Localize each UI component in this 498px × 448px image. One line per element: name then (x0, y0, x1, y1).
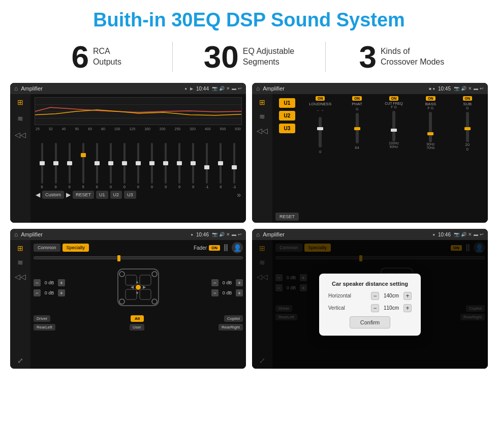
horizontal-minus-button[interactable]: − (371, 292, 379, 300)
db2-plus-button[interactable]: + (58, 289, 65, 296)
back-icon[interactable]: ↩ (238, 86, 242, 91)
screen3-statusbar: ⌂ Amplifier ● 10:46 📷🔊✕▬ ↩ (10, 229, 246, 240)
screen1-icons: 📷 🔊 ✕ ▬ ↩ (212, 86, 242, 91)
eq-slider-14[interactable]: 0 (214, 143, 227, 189)
stat-eq-text: EQ Adjustable Segments (243, 46, 294, 68)
camera-icon: 📷 (212, 86, 217, 91)
db3-plus-button[interactable]: + (236, 279, 243, 286)
eq-u3-button[interactable]: U3 (124, 191, 136, 199)
s3-expand-icon[interactable]: ⤢ (17, 356, 23, 365)
bass-label: BASS (425, 102, 436, 106)
home-icon-3[interactable]: ⌂ (14, 231, 18, 238)
sub-on-badge: ON (463, 96, 473, 101)
rearleft-button[interactable]: RearLeft (34, 324, 55, 331)
db3-minus-button[interactable]: − (211, 279, 219, 286)
screen2-time: 10:45 (438, 86, 451, 92)
svg-point-10 (152, 272, 157, 277)
screen3-main: Common Specialty Fader ON 👤 (30, 240, 246, 369)
screen-eq: ⌂ Amplifier ● ▶ 10:44 📷 🔊 ✕ ▬ ↩ ⊞ ≋ ◁◁ (10, 83, 246, 223)
eq-custom-button[interactable]: Custom (42, 191, 64, 199)
db2-value: 0 dB (42, 290, 56, 295)
eq-slider-12[interactable]: 0 (187, 143, 200, 189)
eq-slider-5[interactable]: 0 (90, 143, 103, 189)
user-button[interactable]: User (130, 324, 144, 331)
wave-sidebar-icon[interactable]: ≋ (17, 114, 23, 123)
db1-value: 0 dB (42, 280, 56, 285)
common-tab[interactable]: Common (34, 244, 60, 252)
screen1-title: Amplifier (21, 85, 181, 92)
all-button[interactable]: All (131, 315, 144, 322)
copilot-button[interactable]: Copilot (224, 315, 243, 322)
vertical-plus-button[interactable]: + (403, 304, 412, 312)
vertical-label: Vertical (328, 305, 345, 311)
db-row-2: − 0 dB + (34, 289, 65, 296)
stat-divider-2 (325, 42, 326, 72)
screen1-dot1: ● (184, 86, 187, 91)
u1-select-button[interactable]: U1 (279, 98, 296, 108)
eq-u1-button[interactable]: U1 (96, 191, 108, 199)
eq-slider-13[interactable]: -1 (201, 143, 213, 189)
eq-play-button[interactable]: ▶ (66, 191, 71, 198)
eq-prev-button[interactable]: ◀ (36, 191, 40, 198)
more-icon[interactable]: » (237, 191, 241, 199)
eq-slider-10[interactable]: 0 (160, 143, 172, 189)
vertical-control: − 110cm + (371, 304, 412, 312)
eq-slider-2[interactable]: 0 (49, 143, 62, 189)
db1-minus-button[interactable]: − (34, 279, 41, 286)
rearright-button[interactable]: RearRight (219, 324, 243, 331)
fader-on-button[interactable]: ON (209, 245, 220, 251)
horizontal-label: Horizontal (328, 293, 351, 298)
db4-value: 0 dB (220, 290, 234, 295)
eq-slider-11[interactable]: 0 (173, 143, 186, 189)
minimize-icon: ▬ (232, 86, 236, 91)
u3-select-button[interactable]: U3 (279, 124, 296, 133)
s3-vol-icon[interactable]: ◁◁ (15, 273, 26, 281)
sub-label: SUB (463, 102, 472, 106)
eq-slider-9[interactable]: 0 (146, 143, 159, 189)
eq-reset-button[interactable]: RESET (73, 191, 94, 199)
dialog-overlay: Car speaker distance setting Horizontal … (252, 240, 488, 369)
eq-sidebar-icon[interactable]: ⊞ (17, 98, 23, 106)
eq-sliders: 0 0 0 5 0 (35, 133, 242, 189)
stat-crossover-number: 3 (359, 41, 376, 73)
specialty-tab[interactable]: Specialty (63, 244, 89, 252)
vertical-minus-button[interactable]: − (371, 304, 379, 312)
eq-slider-1[interactable]: 0 (36, 143, 48, 189)
screen2-sidebar: ⊞ ≋ ◁◁ (252, 94, 272, 223)
eq-slider-8[interactable]: 0 (132, 143, 144, 189)
profile-button[interactable]: 👤 (232, 242, 243, 253)
eq-u2-button[interactable]: U2 (110, 191, 122, 199)
horizontal-plus-button[interactable]: + (403, 292, 412, 300)
home-icon-2[interactable]: ⌂ (256, 85, 260, 92)
eq-slider-6[interactable]: 0 (104, 143, 117, 189)
eq-slider-7[interactable]: 0 (118, 143, 131, 189)
db4-minus-button[interactable]: − (211, 289, 219, 296)
crossover-reset-button[interactable]: RESET (275, 213, 299, 221)
home-icon[interactable]: ⌂ (14, 85, 18, 92)
eq-slider-4[interactable]: 5 (77, 143, 89, 189)
db1-plus-button[interactable]: + (58, 279, 65, 286)
driver-button[interactable]: Driver (34, 315, 50, 322)
s2-wave-icon[interactable]: ≋ (259, 112, 265, 121)
screen2-main: U1 U2 U3 RESET ON LOUDNESS ~ ~ (272, 94, 488, 223)
stat-crossover-text: Kinds of Crossover Modes (381, 46, 444, 68)
home-icon-4[interactable]: ⌂ (256, 231, 260, 238)
s2-eq-icon[interactable]: ⊞ (259, 98, 265, 106)
speaker-sidebar-icon[interactable]: ◁◁ (15, 131, 26, 139)
u2-select-button[interactable]: U2 (279, 111, 296, 121)
s2-vol-icon[interactable]: ◁◁ (257, 127, 268, 135)
stat-rca: 6 RCA Outputs (30, 41, 162, 73)
eq-slider-15[interactable]: -1 (228, 143, 241, 189)
loudness-on-badge: ON (316, 96, 325, 101)
screen3-time: 10:46 (196, 232, 209, 237)
confirm-button[interactable]: Confirm (350, 316, 391, 328)
bottom-labels: Driver All Copilot (34, 315, 243, 322)
eq-slider-3[interactable]: 0 (63, 143, 76, 189)
distance-dialog: Car speaker distance setting Horizontal … (319, 274, 421, 336)
db4-plus-button[interactable]: + (236, 289, 243, 296)
s3-wave-icon[interactable]: ≋ (17, 258, 23, 266)
fader-horizontal-track[interactable] (34, 256, 243, 259)
close-icon: ✕ (226, 86, 230, 91)
db2-minus-button[interactable]: − (34, 289, 41, 296)
s3-eq-icon[interactable]: ⊞ (17, 244, 23, 252)
